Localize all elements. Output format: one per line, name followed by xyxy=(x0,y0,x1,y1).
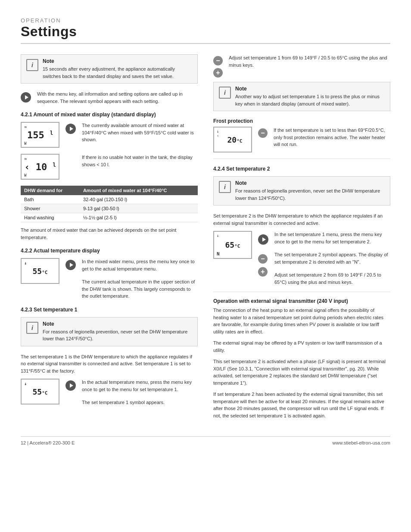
external-para2: The external signal may be offered by a … xyxy=(213,339,390,354)
table-cell: Shower xyxy=(21,204,80,213)
display2-desc-text: If there is no usable hot water in the t… xyxy=(82,154,198,168)
display-row-423: 55°C ↓ In the actual temperature menu, p… xyxy=(21,379,198,406)
display-box-1: ≈ 155 l W xyxy=(21,122,59,148)
display-row-2: ≈ ‹ 10 l W If there is no usable hot wat… xyxy=(21,154,198,181)
note-text-2: Another way to adjust set temperature 1 … xyxy=(235,93,385,107)
footer-right: www.stiebel-eltron-usa.com xyxy=(333,440,391,445)
n-letter: N xyxy=(217,251,220,257)
display-box-423: 55°C ↓ xyxy=(21,379,59,404)
display424-desc3: Adjust set temperature 2 from 69 to 149°… xyxy=(274,271,390,286)
display-row-422: 55°C ↓ In the mixed water menu, press th… xyxy=(21,258,198,300)
display1-play-icon xyxy=(65,124,76,134)
down-arrow-422: ↓ xyxy=(24,261,27,265)
note-box-424: i Note For reasons of legionella prevent… xyxy=(213,176,390,205)
display424-play-icon xyxy=(258,234,268,245)
table-row: Hand washing½-1½ gal (2-5 l) xyxy=(21,213,198,222)
display-box-422: 55°C ↓ xyxy=(21,258,59,284)
table-cell: ½-1½ gal (2-5 l) xyxy=(80,213,198,222)
display424-desc-block: In the set temperature 1 menu, press the… xyxy=(274,231,390,286)
display423-play-icon xyxy=(65,380,76,391)
display422-desc-block: In the mixed water menu, press the menu … xyxy=(82,258,198,300)
divider-2 xyxy=(213,292,390,292)
col-right: − + Adjust set temperature 1 from 69 to … xyxy=(213,54,390,423)
table-col-header-1: DHW demand for xyxy=(21,186,80,195)
main-columns: i Note 15 seconds after every adjustment… xyxy=(21,54,390,423)
frost-display-box: ↓‹ 20°C xyxy=(213,127,252,152)
display-value-1: 155 l xyxy=(27,130,53,140)
display-col-423: 55°C ↓ xyxy=(21,379,59,406)
external-signal-heading: Operation with external signal transmitt… xyxy=(213,298,390,304)
minus-btn-1[interactable]: − xyxy=(213,56,223,65)
section-423-heading: 4.2.3 Set temperature 1 xyxy=(21,307,198,313)
display-col-422: 55°C ↓ xyxy=(21,258,59,286)
display-bottom-1: W xyxy=(24,141,26,146)
n-display-value: 65°C xyxy=(225,240,240,249)
section-422-heading: 4.2.2 Actual temperature display xyxy=(21,248,198,254)
temp1-ctrl-desc-block: Adjust set temperature 1 from 69 to 149°… xyxy=(229,54,390,68)
display423-desc1: In the actual temperature menu, press th… xyxy=(82,379,198,393)
section-424-heading: 4.2.4 Set temperature 2 xyxy=(213,166,390,172)
display422-play-icon xyxy=(65,260,76,270)
temp1-ctrl-desc: Adjust set temperature 1 from 69 to 149°… xyxy=(229,54,390,68)
display1-desc-block: The currently available amount of mixed … xyxy=(82,122,198,143)
frost-display-value: 20°C xyxy=(227,135,243,144)
table-row: Bath32-40 gal (120-150 l) xyxy=(21,195,198,204)
plus-btn-1[interactable]: + xyxy=(213,68,223,78)
display-bottom-2: W xyxy=(24,173,26,177)
info-icon-424: i xyxy=(219,181,231,193)
note-title-1: Note xyxy=(43,58,192,64)
frost-heading: Frost protection xyxy=(213,118,390,124)
menu-play-icon xyxy=(21,92,31,103)
display423-desc2: The set temperature 1 symbol appears. xyxy=(82,399,198,406)
temp1-controls-row: − + Adjust set temperature 1 from 69 to … xyxy=(213,54,390,78)
section-421-heading: 4.2.1 Amount of mixed water display (sta… xyxy=(21,112,198,118)
display-value-423: 55°C xyxy=(33,387,48,396)
display1-desc-text: The currently available amount of mixed … xyxy=(82,122,198,143)
water-icon-1: ≈ xyxy=(24,124,27,129)
minus-btn-frost[interactable]: − xyxy=(258,128,268,138)
external-para4: If set temperature 2 has been activated … xyxy=(213,391,390,419)
note-text-424: For reasons of legionella prevention, ne… xyxy=(235,187,385,202)
menu-desc-block: With the menu key, all information and s… xyxy=(37,90,198,105)
display-value-2: ‹ 10 l xyxy=(24,162,56,172)
note-title-423: Note xyxy=(43,321,192,327)
external-para3: This set temperature 2 is activated when… xyxy=(213,358,390,386)
note-title-2: Note xyxy=(235,86,385,92)
divider-1 xyxy=(213,159,390,159)
down-arrow-423: ↓ xyxy=(24,381,27,386)
menu-desc-text: With the menu key, all information and s… xyxy=(37,90,198,105)
external-para1: The connection of the heat pump to an ex… xyxy=(213,307,390,335)
info-icon-1: i xyxy=(26,59,38,71)
note-box-423: i Note For reasons of legionella prevent… xyxy=(21,317,198,346)
page: OPERATION Settings i Note 15 seconds aft… xyxy=(0,0,411,532)
display-col-1: ≈ 155 l W xyxy=(21,122,59,149)
display2-desc-block: If there is no usable hot water in the t… xyxy=(82,154,198,168)
display424-desc2: The set temperature 2 symbol appears. Th… xyxy=(274,251,390,265)
frost-ctrl-col: − xyxy=(258,128,268,138)
table-row: Shower9-13 gal (30-50 l) xyxy=(21,204,198,213)
table-cell: 9-13 gal (30-50 l) xyxy=(80,204,198,213)
header: OPERATION Settings xyxy=(21,17,390,44)
note-title-424: Note xyxy=(235,180,385,186)
frost-desc: If the set temperature is set to less th… xyxy=(274,127,390,148)
note-box-2: i Note Another way to adjust set tempera… xyxy=(213,82,390,111)
menu-desc-row: With the menu key, all information and s… xyxy=(21,90,198,105)
display-col-424: ↓ 65°C N xyxy=(213,231,252,259)
note-content-1: Note 15 seconds after every adjustment, … xyxy=(43,58,192,80)
footer: 12 | Accelera® 220-300 E www.stiebel-elt… xyxy=(21,436,390,445)
plus-btn-424[interactable]: + xyxy=(258,267,268,277)
info-icon-423: i xyxy=(26,322,38,334)
header-title: Settings xyxy=(21,24,390,40)
note-content-423: Note For reasons of legionella preventio… xyxy=(43,321,192,342)
col-left: i Note 15 seconds after every adjustment… xyxy=(21,54,198,423)
minus-btn-424[interactable]: − xyxy=(258,254,268,264)
table-note-text: The amount of mixed water that can be ac… xyxy=(21,227,198,241)
display-value-422: 55°C xyxy=(33,267,48,276)
frost-desc-block: If the set temperature is set to less th… xyxy=(274,127,390,148)
note-content-424: Note For reasons of legionella preventio… xyxy=(235,180,385,202)
note-text-423: For reasons of legionella prevention, ne… xyxy=(43,328,192,342)
para-424: Set temperature 2 is the DHW temperature… xyxy=(213,212,390,227)
footer-left: 12 | Accelera® 220-300 E xyxy=(21,440,75,445)
info-icon-2: i xyxy=(219,87,231,99)
display422-desc1: In the mixed water menu, press the menu … xyxy=(82,258,198,272)
